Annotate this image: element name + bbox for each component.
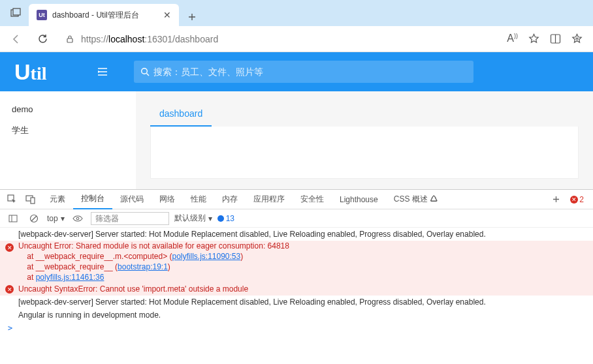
clear-console-button[interactable] (26, 211, 42, 226)
sidebar-toggle[interactable] (97, 67, 108, 76)
tab-overview-button[interactable] (5, 3, 26, 23)
panel-icon (8, 214, 18, 223)
sidebar-toggle-button[interactable] (5, 211, 21, 226)
back-button[interactable] (7, 29, 26, 49)
tab-bar: Ut dashboard - Util管理后台 ✕ (0, 0, 593, 26)
dt-tab-security[interactable]: 安全性 (293, 190, 332, 209)
search-icon (140, 67, 150, 76)
search-input[interactable] (153, 67, 467, 77)
console-prompt[interactable]: > (0, 322, 593, 335)
error-line: at __webpack_require__.m.<computed> (pol… (0, 251, 593, 262)
devtools-panel: 元素 控制台 源代码 网络 性能 内存 应用程序 安全性 Lighthouse … (0, 189, 593, 364)
browser-tab[interactable]: Ut dashboard - Util管理后台 ✕ (29, 4, 179, 26)
sidebar-item-demo[interactable]: demo (0, 99, 136, 119)
star-icon (528, 33, 539, 44)
svg-point-16 (76, 217, 79, 220)
tabs-icon (10, 8, 21, 18)
dt-tab-network[interactable]: 网络 (152, 190, 183, 209)
plus-icon (187, 12, 197, 22)
inspect-button[interactable] (4, 192, 20, 207)
search-box[interactable] (134, 61, 473, 83)
live-expression-button[interactable] (70, 211, 86, 226)
filter-input[interactable] (91, 212, 169, 225)
error-icon: ✕ (5, 243, 14, 252)
content-area: dashboard (136, 91, 593, 189)
sidebar-item-student[interactable]: 学生 (0, 119, 136, 142)
dt-tab-sources[interactable]: 源代码 (112, 190, 152, 209)
svg-rect-11 (31, 198, 35, 204)
read-aloud-button[interactable]: A)) (507, 33, 518, 44)
clear-icon (29, 214, 39, 223)
content-canvas (150, 127, 579, 179)
address-bar: https://localhost:16301/dashboard A)) (0, 26, 593, 52)
error-line: at polyfills.js:11461:36 (0, 272, 593, 282)
split-screen-button[interactable] (550, 33, 561, 44)
inspect-icon (7, 194, 17, 204)
stack-link[interactable]: polyfills.js:11090:53 (172, 252, 240, 261)
dt-tab-application[interactable]: 应用程序 (246, 190, 293, 209)
log-line: [webpack-dev-server] Server started: Hot… (0, 228, 593, 241)
menu-fold-icon (97, 67, 108, 76)
tab-title: dashboard - Util管理后台 (52, 10, 158, 21)
collections-button[interactable] (571, 33, 583, 44)
tab-close-button[interactable]: ✕ (163, 10, 171, 20)
log-level-select[interactable]: 默认级别 ▾ (174, 213, 212, 224)
favorite-button[interactable] (528, 33, 539, 44)
svg-rect-2 (67, 38, 72, 42)
app-header: Util (0, 52, 593, 91)
browser-chrome: Ut dashboard - Util管理后台 ✕ https://localh… (0, 0, 593, 52)
lock-icon (65, 35, 74, 44)
device-toggle[interactable] (22, 192, 38, 207)
new-tab-button[interactable] (183, 8, 201, 26)
arrow-left-icon (10, 33, 22, 45)
svg-line-15 (31, 216, 37, 221)
collections-icon (571, 33, 583, 44)
sidebar: demo 学生 (0, 91, 136, 189)
error-icon: ✕ (5, 285, 14, 294)
message-count: 13 (217, 214, 234, 223)
error-line: at __webpack_require__ (bootstrap:19:1) (0, 262, 593, 272)
dt-tab-console[interactable]: 控制台 (73, 190, 112, 209)
url-text: https://localhost:16301/dashboard (81, 34, 218, 44)
console-output[interactable]: [webpack-dev-server] Server started: Hot… (0, 228, 593, 364)
dt-tab-memory[interactable]: 内存 (214, 190, 246, 209)
svg-rect-1 (13, 8, 20, 15)
log-line: [webpack-dev-server] Server started: Hot… (0, 296, 593, 309)
refresh-button[interactable] (33, 29, 52, 49)
dt-tab-elements[interactable]: 元素 (42, 190, 73, 209)
error-line: Uncaught Error: Shared module is not ava… (0, 241, 593, 251)
omnibox[interactable]: https://localhost:16301/dashboard (59, 29, 500, 49)
content-tabs: dashboard (136, 91, 593, 127)
tab-dashboard[interactable]: dashboard (150, 104, 212, 127)
devtools-tabs: 元素 控制台 源代码 网络 性能 内存 应用程序 安全性 Lighthouse … (0, 190, 593, 209)
console-toolbar: top ▾ 默认级别 ▾ 13 (0, 209, 593, 228)
address-actions: A)) (507, 33, 586, 44)
eye-icon (72, 215, 83, 222)
error-block: ✕ Uncaught Error: Shared module is not a… (0, 241, 593, 282)
split-icon (550, 33, 561, 44)
svg-line-8 (147, 74, 150, 76)
refresh-icon (37, 33, 48, 44)
error-badge[interactable]: ✕2 (570, 195, 584, 204)
stack-link[interactable]: bootstrap:19:1 (118, 262, 168, 271)
context-select[interactable]: top ▾ (47, 214, 65, 223)
app-body: demo 学生 dashboard (0, 91, 593, 189)
devices-icon (25, 194, 35, 204)
error-block: ✕Uncaught SyntaxError: Cannot use 'impor… (0, 282, 593, 296)
app-logo[interactable]: Util (14, 59, 46, 85)
log-line: Angular is running in development mode. (0, 309, 593, 322)
stack-link[interactable]: polyfills.js:11461:36 (36, 273, 104, 282)
dt-tab-performance[interactable]: 性能 (183, 190, 214, 209)
tab-favicon: Ut (37, 10, 47, 20)
svg-rect-12 (9, 215, 17, 222)
dt-tab-cssoverview[interactable]: CSS 概述 🛆 (386, 190, 445, 209)
dt-tab-lighthouse[interactable]: Lighthouse (332, 190, 386, 209)
plus-icon (552, 195, 560, 204)
more-tabs-button[interactable] (548, 192, 564, 207)
svg-point-7 (142, 68, 148, 74)
